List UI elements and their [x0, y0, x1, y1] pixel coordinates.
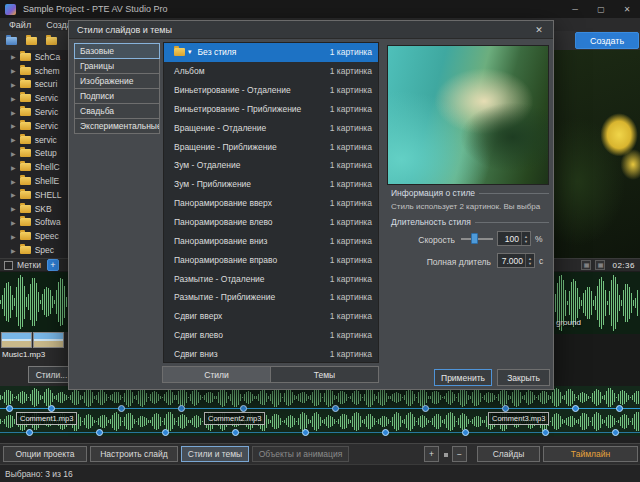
- add-mark-button[interactable]: +: [47, 259, 59, 271]
- open-folder-icon[interactable]: [6, 37, 17, 45]
- tree-item[interactable]: ▶SHELL: [0, 188, 68, 202]
- spinner-arrows-icon[interactable]: ▲▼: [521, 232, 530, 245]
- envelope-point[interactable]: [382, 429, 389, 436]
- tree-item[interactable]: ▶Speec: [0, 229, 68, 243]
- audio-band[interactable]: Comment1.mp3Comment2.mp3Comment3.mp3: [0, 386, 640, 436]
- envelope-point[interactable]: [616, 405, 623, 412]
- style-row[interactable]: Панорамирование вверх1 картинка: [164, 194, 378, 213]
- envelope-point[interactable]: [96, 429, 103, 436]
- style-row[interactable]: Зум - Приближение1 картинка: [164, 175, 378, 194]
- speed-slider[interactable]: [461, 232, 493, 246]
- folder-icon[interactable]: [26, 37, 37, 45]
- style-row[interactable]: Сдвиг влево1 картинка: [164, 326, 378, 345]
- expand-icon[interactable]: ▶: [11, 247, 16, 254]
- envelope-point[interactable]: [118, 405, 125, 412]
- waveform-left[interactable]: [0, 272, 68, 332]
- grid-view-icon[interactable]: ▦: [581, 260, 591, 270]
- expand-icon[interactable]: ▶: [11, 67, 16, 74]
- zoom-in-button[interactable]: +: [424, 446, 439, 462]
- expand-icon[interactable]: ▶: [11, 178, 16, 185]
- tree-item[interactable]: ▶Servic: [0, 119, 68, 133]
- styles-themes-button[interactable]: Стили и темы: [181, 446, 249, 462]
- slide-thumbnail[interactable]: [33, 332, 64, 348]
- create-button[interactable]: Создать: [575, 32, 639, 49]
- style-row[interactable]: Виньетирование - Отдаление1 картинка: [164, 81, 378, 100]
- style-row[interactable]: Виньетирование - Приближение1 картинка: [164, 100, 378, 119]
- audio-track-1[interactable]: [0, 387, 640, 408]
- slides-view-button[interactable]: Слайды: [477, 446, 540, 462]
- envelope-point[interactable]: [178, 405, 185, 412]
- expand-icon[interactable]: ▶: [11, 95, 16, 102]
- tree-item[interactable]: ▶servic: [0, 133, 68, 147]
- envelope-point[interactable]: [26, 429, 33, 436]
- project-options-button[interactable]: Опции проекта: [3, 446, 87, 462]
- slider-handle[interactable]: [471, 233, 478, 244]
- expand-icon[interactable]: ▶: [11, 122, 16, 129]
- zoom-out-button[interactable]: −: [452, 446, 467, 462]
- tree-item[interactable]: ▶ShellC: [0, 160, 68, 174]
- tree-item[interactable]: ▶Softwa: [0, 216, 68, 230]
- style-row[interactable]: Зум - Отдаление1 картинка: [164, 156, 378, 175]
- apply-button[interactable]: Применить: [434, 369, 492, 386]
- envelope-point[interactable]: [48, 405, 55, 412]
- envelope-point[interactable]: [542, 429, 549, 436]
- tree-item[interactable]: ▶Setup: [0, 147, 68, 161]
- menu-item[interactable]: Файл: [9, 20, 31, 30]
- style-row[interactable]: Сдвиг вниз1 картинка: [164, 345, 378, 364]
- expand-icon[interactable]: ▶: [11, 150, 16, 157]
- grid-view-icon[interactable]: ▦: [595, 260, 605, 270]
- expand-icon[interactable]: ▶: [11, 219, 16, 226]
- tree-item[interactable]: ▶Servic: [0, 91, 68, 105]
- slide-thumbnail[interactable]: [1, 332, 32, 348]
- style-row[interactable]: Панорамирование вправо1 картинка: [164, 250, 378, 269]
- style-row[interactable]: Размытие - Приближение1 картинка: [164, 288, 378, 307]
- style-row[interactable]: Панорамирование влево1 картинка: [164, 213, 378, 232]
- close-button[interactable]: Закрыть: [497, 369, 550, 386]
- category-item[interactable]: Границы: [74, 58, 160, 74]
- tree-item[interactable]: ▶schem: [0, 64, 68, 78]
- category-item[interactable]: Свадьба: [74, 103, 160, 119]
- tree-item[interactable]: ▶SchCa: [0, 50, 68, 64]
- tab-themes[interactable]: Темы: [270, 366, 379, 383]
- style-row[interactable]: Размытие - Отдаление1 картинка: [164, 269, 378, 288]
- envelope-point[interactable]: [232, 429, 239, 436]
- style-row[interactable]: Альбом1 картинка: [164, 62, 378, 81]
- timeline-view-button[interactable]: Таймлайн: [543, 446, 638, 462]
- dialog-close-icon[interactable]: ✕: [525, 21, 553, 39]
- tree-item[interactable]: ▶Servic: [0, 105, 68, 119]
- comment-clip[interactable]: Comment3.mp3: [488, 412, 549, 425]
- minimize-icon[interactable]: ─: [562, 0, 588, 18]
- tree-item[interactable]: ▶securi: [0, 78, 68, 92]
- expand-icon[interactable]: ▶: [11, 205, 16, 212]
- tree-item[interactable]: ▶SKB: [0, 202, 68, 216]
- style-row[interactable]: Вращение - Приближение1 картинка: [164, 137, 378, 156]
- envelope-point[interactable]: [462, 429, 469, 436]
- expand-icon[interactable]: ▶: [11, 233, 16, 240]
- maximize-icon[interactable]: ▢: [588, 0, 614, 18]
- expand-icon[interactable]: ▶: [11, 109, 16, 116]
- configure-slide-button[interactable]: Настроить слайд: [90, 446, 178, 462]
- envelope-point[interactable]: [332, 405, 339, 412]
- envelope-point[interactable]: [612, 429, 619, 436]
- tab-styles[interactable]: Стили: [162, 366, 271, 383]
- style-row[interactable]: ▾Без стиля1 картинка: [164, 43, 378, 62]
- folder-icon[interactable]: [46, 37, 57, 45]
- style-row[interactable]: Панорамирование вниз1 картинка: [164, 231, 378, 250]
- style-row[interactable]: Сдвиг вверх1 картинка: [164, 307, 378, 326]
- expand-icon[interactable]: ▶: [11, 191, 16, 198]
- tree-item[interactable]: ▶Spec: [0, 243, 68, 257]
- envelope-point[interactable]: [6, 405, 13, 412]
- comment-clip[interactable]: Comment1.mp3: [16, 412, 77, 425]
- envelope-point[interactable]: [422, 405, 429, 412]
- comment-clip[interactable]: Comment2.mp3: [204, 412, 265, 425]
- envelope-point[interactable]: [240, 405, 247, 412]
- envelope-point[interactable]: [302, 429, 309, 436]
- style-row[interactable]: Вращение - Отдаление1 картинка: [164, 118, 378, 137]
- expand-icon[interactable]: ▶: [11, 53, 16, 60]
- category-item[interactable]: Подписи: [74, 88, 160, 104]
- spinner-arrows-icon[interactable]: ▲▼: [525, 254, 534, 267]
- category-item[interactable]: Базовые: [74, 43, 160, 59]
- category-item[interactable]: Экспериментальные: [74, 118, 160, 134]
- expand-icon[interactable]: ▶: [11, 81, 16, 88]
- category-item[interactable]: Изображение: [74, 73, 160, 89]
